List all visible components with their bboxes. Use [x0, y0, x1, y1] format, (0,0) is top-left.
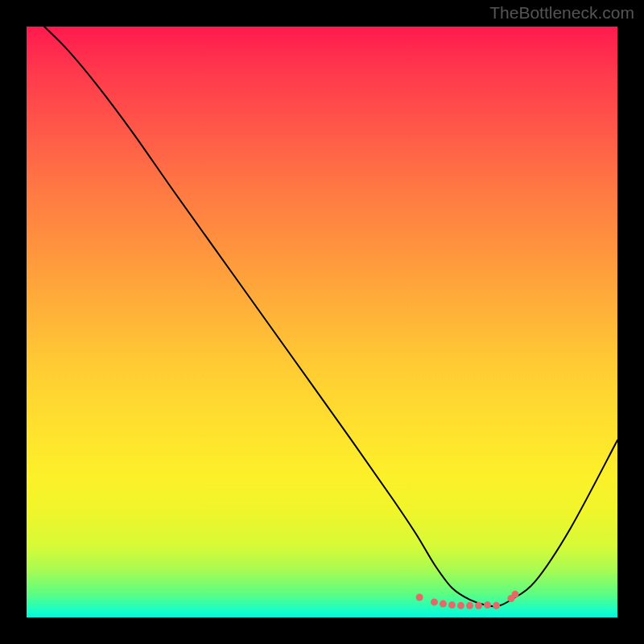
- data-marker: [431, 598, 438, 605]
- watermark-text: TheBottleneck.com: [489, 3, 634, 23]
- data-marker: [440, 601, 447, 608]
- plot-area: [27, 27, 617, 617]
- data-marker: [484, 601, 491, 609]
- curve-path: [44, 27, 617, 606]
- marker-group: [416, 591, 519, 609]
- data-marker: [416, 594, 423, 601]
- data-marker: [466, 602, 473, 609]
- data-marker: [512, 591, 519, 598]
- chart-svg: [27, 27, 617, 617]
- data-marker: [493, 602, 500, 609]
- data-marker: [475, 602, 482, 609]
- data-marker: [448, 601, 456, 609]
- data-marker: [457, 602, 464, 609]
